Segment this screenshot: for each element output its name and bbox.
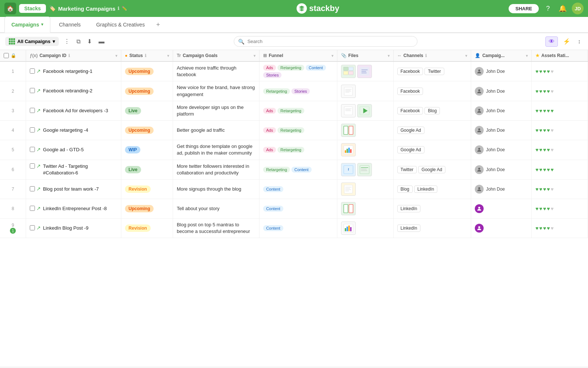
tab-channels[interactable]: Channels: [52, 17, 87, 33]
files-sort-icon[interactable]: ▾: [388, 54, 390, 58]
empty-heart: ♥: [551, 225, 553, 231]
search-input[interactable]: [234, 36, 417, 47]
funnel-cell: Content: [259, 199, 337, 218]
file-thumb[interactable]: [341, 222, 356, 235]
file-thumb[interactable]: f: [341, 163, 356, 176]
campaign-name: LinkedIn Entrepreneur Post -8: [43, 205, 107, 212]
col-assignee: 👤 Campaig... ▾: [471, 50, 532, 61]
empty-heart: ♥: [551, 127, 553, 133]
channels-info-icon: ℹ: [425, 53, 427, 58]
row-checkbox[interactable]: [30, 186, 35, 191]
logo-area: stackby: [130, 3, 506, 14]
file-thumb[interactable]: [341, 85, 356, 98]
filled-heart: ♥: [551, 167, 553, 173]
file-thumb[interactable]: [341, 183, 356, 196]
goals-cell: Blog post on top 5 mantras to become a s…: [173, 218, 259, 238]
home-button[interactable]: 🏠: [4, 3, 16, 14]
filled-heart: ♥: [547, 88, 550, 94]
shield-icon: 🏷️: [49, 5, 56, 12]
goals-sort-icon[interactable]: ▾: [254, 54, 255, 58]
expand-icon[interactable]: ↗: [36, 163, 41, 169]
svg-rect-48: [345, 228, 346, 231]
sort-icon[interactable]: ▾: [115, 54, 117, 58]
stacks-button[interactable]: Stacks: [19, 4, 46, 13]
expand-icon[interactable]: ↗: [36, 107, 41, 113]
assignee-sort-icon[interactable]: ▾: [526, 54, 528, 58]
file-thumb[interactable]: [357, 65, 372, 78]
file-thumb[interactable]: [341, 124, 356, 137]
row-checkbox[interactable]: [30, 68, 35, 74]
more-options-button[interactable]: ⋮: [62, 36, 71, 46]
help-button[interactable]: ?: [542, 3, 553, 14]
row-checkbox[interactable]: [30, 88, 35, 93]
row-checkbox[interactable]: [30, 163, 35, 169]
file-thumb[interactable]: [341, 143, 356, 156]
add-tab-button[interactable]: +: [153, 20, 163, 30]
expand-icon[interactable]: ↗: [36, 68, 41, 74]
assignee-name: John Doe: [486, 108, 505, 113]
tab-campaigns[interactable]: Campaigns ▾: [4, 17, 50, 33]
row-checkbox[interactable]: [30, 206, 35, 211]
channels-sort-icon[interactable]: ▾: [465, 54, 467, 58]
assignee-name: John Doe: [486, 187, 505, 192]
channels-col-icon: ↔: [397, 53, 402, 58]
file-thumb[interactable]: [341, 65, 356, 78]
channel-tags: LinkedIn: [397, 224, 467, 232]
goals-cell: More signups through the blog: [173, 179, 259, 199]
file-thumb[interactable]: [341, 202, 356, 215]
filled-heart: ♥: [547, 186, 550, 192]
search-icon: 🔍: [238, 39, 244, 45]
text-col-icon: Tr: [177, 53, 181, 58]
info-icon[interactable]: ℹ: [118, 6, 119, 11]
funnel-tag: Retargeting: [263, 88, 290, 94]
status-cell: Revision: [121, 218, 173, 238]
status-badge: Upcoming: [125, 205, 154, 212]
col-files: 📎 Files ▾: [337, 50, 393, 61]
tab-graphics[interactable]: Graphics & Creatives: [89, 17, 152, 33]
row-checkbox[interactable]: [30, 225, 35, 230]
svg-rect-22: [344, 126, 348, 134]
campaign-id-cell: ↗ Google ad - GTD-5: [26, 140, 121, 160]
filter-button[interactable]: ⚡: [561, 36, 573, 46]
table-row: 9 1 ↗ LinkedIn Blog Post -9 Revision Blo…: [0, 218, 588, 238]
file-thumb[interactable]: [357, 163, 372, 176]
sort-button[interactable]: ↕: [576, 37, 583, 46]
rating-stars: ♥♥♥♥♥: [535, 88, 584, 94]
expand-icon[interactable]: ↗: [36, 225, 41, 231]
empty-heart: ♥: [551, 206, 553, 212]
file-thumb[interactable]: [341, 104, 356, 117]
expand-icon[interactable]: ↗: [36, 205, 41, 211]
download-button[interactable]: ⬇: [86, 36, 93, 46]
svg-point-8: [478, 70, 480, 71]
channel-tag: Twitter: [397, 166, 417, 173]
edit-icon[interactable]: ✏️: [122, 6, 127, 11]
filled-heart: ♥: [543, 167, 546, 173]
user-avatar[interactable]: JD: [572, 3, 584, 14]
notifications-button[interactable]: 🔔: [557, 3, 568, 14]
row-controls: 3: [4, 108, 22, 113]
view-toggle-button[interactable]: ▬: [97, 37, 106, 46]
view-selector[interactable]: All Campaigns ▾: [5, 37, 59, 46]
expand-icon[interactable]: ↗: [36, 146, 41, 152]
expand-icon[interactable]: ↗: [36, 127, 41, 133]
select-all-checkbox[interactable]: [4, 53, 9, 58]
channel-tag: Blog: [424, 107, 440, 114]
row-checkbox[interactable]: [30, 147, 35, 152]
campaign-id-cell: ↗ LinkedIn Blog Post -9: [26, 218, 121, 238]
expand-icon[interactable]: ↗: [36, 88, 41, 93]
share-button[interactable]: SHARE: [509, 4, 539, 13]
duplicate-button[interactable]: ⧉: [75, 37, 82, 46]
file-thumb[interactable]: [357, 104, 372, 117]
row-checkbox[interactable]: [30, 127, 35, 132]
row-checkbox[interactable]: [30, 108, 35, 113]
hide-fields-button[interactable]: 👁: [545, 36, 558, 47]
svg-point-52: [478, 226, 480, 228]
status-badge: WIP: [125, 146, 141, 153]
status-sort-icon[interactable]: ▾: [167, 54, 169, 58]
funnel-sort-icon[interactable]: ▾: [331, 54, 333, 58]
row-number: 8: [12, 206, 14, 211]
goals-cell: Achieve more traffic through facebook: [173, 61, 259, 81]
svg-rect-50: [348, 226, 350, 231]
campaigns-dropdown-icon[interactable]: ▾: [41, 22, 43, 27]
expand-icon[interactable]: ↗: [36, 186, 41, 192]
